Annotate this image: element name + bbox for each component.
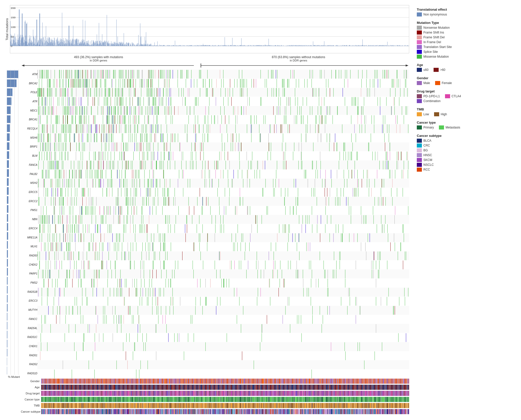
svg-rect-654 — [203, 45, 204, 46]
legend-rcc: RCC — [417, 168, 516, 172]
svg-rect-967 — [305, 46, 305, 46]
svg-rect-1138 — [362, 39, 363, 46]
svg-rect-466 — [142, 45, 142, 46]
gene-label-rad51: RAD51 — [21, 354, 37, 357]
svg-rect-1095 — [347, 46, 347, 46]
legend-gender-title: Gender — [417, 76, 516, 80]
svg-rect-1263 — [406, 46, 407, 46]
svg-rect-554 — [171, 46, 171, 46]
svg-rect-699 — [217, 46, 217, 46]
svg-rect-711 — [221, 45, 221, 46]
svg-rect-915 — [289, 46, 289, 46]
svg-rect-212 — [66, 44, 66, 46]
svg-rect-694 — [215, 45, 215, 46]
svg-rect-987 — [312, 46, 312, 46]
svg-rect-118 — [38, 40, 39, 46]
svg-rect-1291 — [7, 124, 10, 132]
svg-rect-1236 — [395, 46, 395, 46]
svg-rect-777 — [242, 45, 242, 46]
svg-rect-545 — [168, 45, 168, 46]
svg-rect-225 — [70, 42, 70, 46]
svg-rect-958 — [302, 45, 302, 46]
svg-rect-668 — [207, 45, 208, 46]
svg-rect-1287 — [7, 88, 12, 96]
svg-rect-556 — [171, 46, 172, 46]
svg-rect-968 — [305, 45, 305, 46]
svg-rect-197 — [62, 42, 62, 46]
svg-rect-59 — [21, 35, 21, 46]
svg-rect-520 — [159, 46, 159, 46]
legend-panel: Translational effect Non synonymous Muta… — [409, 5, 516, 415]
svg-rect-485 — [148, 45, 148, 46]
svg-rect-1146 — [365, 45, 365, 46]
svg-rect-1269 — [408, 46, 408, 46]
svg-rect-1081 — [342, 45, 343, 46]
svg-rect-978 — [309, 45, 309, 46]
svg-rect-831 — [260, 45, 261, 46]
svg-rect-765 — [238, 46, 239, 46]
svg-rect-1216 — [388, 46, 388, 46]
svg-rect-41 — [16, 43, 16, 46]
svg-rect-571 — [176, 45, 176, 46]
svg-rect-925 — [292, 45, 292, 46]
svg-rect-286 — [88, 41, 88, 46]
svg-rect-36 — [14, 43, 14, 46]
svg-rect-665 — [206, 45, 207, 46]
svg-rect-769 — [240, 45, 240, 46]
svg-rect-1083 — [343, 45, 344, 46]
svg-rect-731 — [228, 45, 228, 46]
svg-rect-666 — [207, 45, 207, 46]
svg-rect-1249 — [400, 46, 400, 46]
svg-rect-1195 — [381, 45, 381, 46]
svg-rect-1248 — [400, 45, 400, 46]
svg-rect-867 — [273, 46, 273, 46]
svg-rect-767 — [239, 45, 239, 46]
svg-rect-912 — [288, 45, 288, 46]
svg-rect-96 — [32, 42, 32, 46]
svg-rect-516 — [158, 46, 158, 46]
svg-rect-132 — [42, 23, 43, 46]
svg-rect-364 — [111, 44, 111, 46]
svg-rect-500 — [153, 45, 153, 46]
svg-rect-49 — [18, 38, 18, 46]
svg-rect-239 — [74, 40, 74, 46]
svg-rect-70 — [24, 40, 24, 46]
svg-rect-174 — [55, 38, 55, 46]
svg-rect-624 — [194, 45, 194, 46]
svg-rect-1266 — [407, 45, 407, 46]
svg-rect-432 — [131, 45, 131, 46]
svg-rect-248 — [76, 39, 77, 46]
svg-rect-437 — [133, 44, 133, 46]
track-tmb-bar — [41, 403, 409, 408]
svg-rect-924 — [292, 45, 292, 46]
svg-rect-337 — [103, 43, 103, 46]
svg-rect-29 — [12, 44, 12, 46]
svg-rect-1257 — [403, 46, 403, 46]
svg-rect-658 — [204, 45, 205, 46]
svg-rect-1102 — [350, 45, 350, 46]
svg-rect-1198 — [382, 45, 382, 46]
svg-rect-469 — [143, 44, 143, 46]
svg-rect-1200 — [382, 45, 383, 46]
svg-rect-447 — [136, 45, 136, 46]
svg-rect-422 — [128, 43, 128, 46]
svg-rect-1086 — [344, 45, 345, 46]
svg-rect-34 — [14, 36, 14, 46]
svg-rect-284 — [87, 43, 87, 46]
svg-rect-1077 — [341, 46, 341, 46]
svg-rect-117 — [38, 40, 38, 46]
svg-rect-779 — [243, 45, 243, 46]
svg-rect-560 — [173, 45, 173, 46]
tmb-low-label: Low — [423, 112, 429, 116]
svg-rect-71 — [24, 45, 25, 46]
svg-rect-241 — [74, 45, 75, 46]
svg-rect-260 — [80, 43, 80, 46]
bottom-tracks: Gender Age Drug target Cancer type — [21, 378, 409, 415]
svg-rect-643 — [200, 45, 200, 46]
svg-rect-1078 — [341, 46, 342, 46]
svg-rect-460 — [140, 45, 141, 46]
svg-rect-735 — [229, 45, 229, 46]
age-le60-swatch — [417, 68, 422, 72]
svg-rect-1168 — [373, 45, 373, 46]
svg-rect-220 — [68, 46, 69, 46]
